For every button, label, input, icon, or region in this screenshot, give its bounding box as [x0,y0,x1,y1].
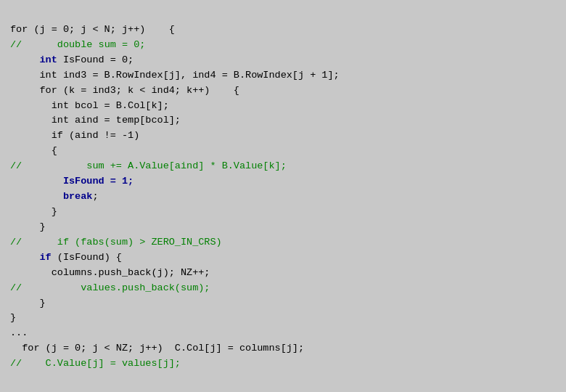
line-23: // C.Value[j] = values[j]; [10,358,181,369]
line-14: } [10,221,46,232]
line-15: // if (fabs(sum) > ZERO_IN_CRS) [10,237,222,248]
line-3: int IsFound = 0; [10,54,134,65]
line-19: } [10,298,46,309]
line-10: // sum += A.Value[aind] * B.Value[k]; [10,160,287,171]
line-13: } [10,206,57,217]
line-18: // values.push_back(sum); [10,282,210,293]
line-17: columns.push_back(j); NZ++; [10,267,210,278]
line-22: for (j = 0; j < NZ; j++) C.Col[j] = colu… [10,343,304,354]
code-display: for (j = 0; j < N; j++) { // double sum … [10,7,556,372]
line-1: for (j = 0; j < N; j++) { [10,24,175,35]
line-12: break; [10,191,99,202]
line-11: IsFound = 1; [10,176,134,187]
line-8: if (aind != -1) [10,130,139,141]
line-20: } [10,312,16,323]
line-21: ... [10,327,28,338]
line-6: int bcol = B.Col[k]; [10,100,169,111]
line-5: for (k = ind3; k < ind4; k++) { [10,85,239,96]
line-9: { [10,145,57,156]
line-7: int aind = temp[bcol]; [10,115,181,126]
line-2: // double sum = 0; [10,39,145,50]
line-4: int ind3 = B.RowIndex[j], ind4 = B.RowIn… [10,70,340,81]
line-16: if (IsFound) { [10,252,122,263]
